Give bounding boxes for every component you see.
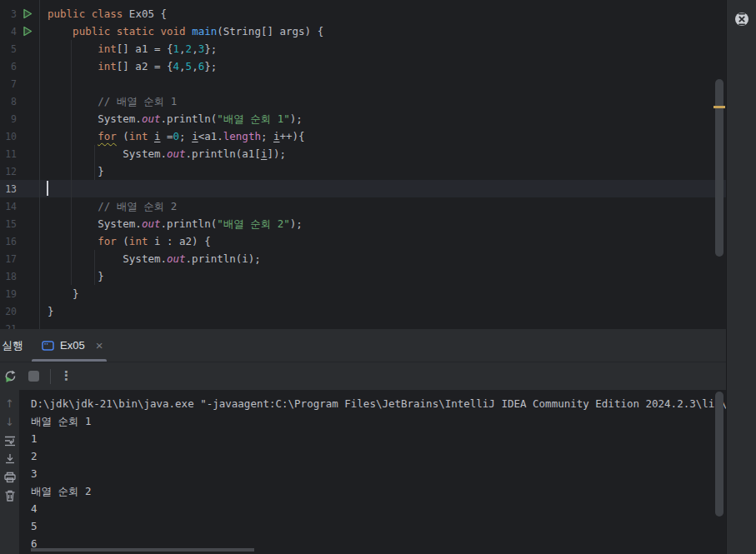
- code-line[interactable]: 17 System.out.println(i);: [0, 250, 726, 267]
- code-text: public class Ex05 {: [48, 5, 167, 22]
- run-line-icon[interactable]: [23, 26, 33, 37]
- arrow-up-icon[interactable]: ↑: [5, 397, 14, 411]
- code-line[interactable]: 12 }: [0, 162, 726, 180]
- gutter-slot: [21, 182, 34, 196]
- gutter-slot: [21, 200, 34, 213]
- line-number: 9: [0, 113, 17, 125]
- gutter-slot: [21, 270, 34, 283]
- code-line[interactable]: 14 // 배열 순회 2: [0, 197, 726, 215]
- run-toolbar: ⋮: [0, 362, 726, 390]
- code-line[interactable]: 21: [0, 320, 726, 329]
- code-text: }: [48, 302, 54, 320]
- ai-plugin-icon[interactable]: [734, 12, 749, 27]
- line-number: 16: [0, 236, 17, 247]
- gutter-slot: [21, 130, 34, 143]
- clear-all-trash-icon[interactable]: [3, 489, 17, 502]
- code-line[interactable]: 7: [0, 75, 726, 92]
- code-text: System.out.println("배열 순회 2");: [48, 215, 303, 232]
- gutter-separator: [39, 0, 40, 329]
- line-number: 10: [0, 131, 17, 142]
- console-line: 5: [31, 517, 726, 535]
- code-line[interactable]: 16 for (int i : a2) {: [0, 232, 726, 250]
- gutter-slot: [21, 165, 34, 178]
- tool-window-title: 실행: [2, 338, 23, 353]
- run-console[interactable]: ↑ ↓: [0, 390, 726, 554]
- line-number: 8: [0, 96, 17, 107]
- warning-stripe-mark[interactable]: [713, 106, 725, 108]
- line-number: 15: [0, 218, 17, 230]
- console-line: 배열 순회 2: [31, 482, 726, 500]
- toolbar-separator: [50, 369, 51, 384]
- console-line: 4: [31, 500, 726, 517]
- line-number: 4: [0, 26, 17, 37]
- more-options-kebab-icon[interactable]: ⋮: [60, 370, 73, 382]
- close-tab-icon[interactable]: ×: [96, 339, 103, 352]
- code-line[interactable]: 13: [0, 180, 726, 197]
- rerun-button[interactable]: [3, 369, 18, 383]
- console-toolbar: ↑ ↓: [0, 390, 19, 554]
- console-line: 2: [31, 447, 726, 465]
- code-text: System.out.println(i);: [48, 250, 261, 267]
- editor-lines: 3public class Ex05 {4 public static void…: [0, 5, 726, 329]
- run-tool-window-header: 실행 Ex05 ×: [0, 329, 726, 362]
- line-number: 3: [0, 8, 17, 20]
- code-text: }: [48, 162, 104, 180]
- run-tab-ex05[interactable]: Ex05 ×: [42, 329, 103, 362]
- indent-guide: [71, 40, 72, 285]
- run-gutter-slot[interactable]: [21, 7, 34, 21]
- run-gutter-slot[interactable]: [21, 25, 34, 38]
- code-text: for (int i : a2) {: [48, 232, 211, 250]
- code-text: }: [48, 285, 79, 302]
- line-number: 19: [0, 288, 17, 300]
- code-text: System.out.println(a1[i]);: [48, 145, 286, 162]
- indent-guide: [94, 145, 95, 180]
- soft-wrap-icon[interactable]: [3, 434, 17, 447]
- run-line-icon[interactable]: [23, 8, 33, 19]
- line-number: 7: [0, 78, 17, 90]
- gutter-slot: [21, 42, 34, 56]
- code-line[interactable]: 6 int[] a2 = {4,5,6};: [0, 57, 726, 75]
- line-number: 11: [0, 148, 17, 160]
- code-text: // 배열 순회 2: [48, 197, 177, 215]
- console-vertical-scrollbar[interactable]: [715, 392, 723, 517]
- gutter-slot: [21, 305, 34, 318]
- code-line[interactable]: 20}: [0, 302, 726, 320]
- print-icon[interactable]: [3, 471, 17, 484]
- run-tab-label: Ex05: [60, 339, 85, 352]
- line-number: 18: [0, 271, 17, 282]
- code-line[interactable]: 18 }: [0, 267, 726, 285]
- code-text: for (int i =0; i<a1.length; i++){: [48, 127, 305, 145]
- gutter-slot: [21, 235, 34, 248]
- code-text: System.out.println("배열 순회 1");: [48, 110, 303, 127]
- line-number: 20: [0, 306, 17, 317]
- arrow-down-icon[interactable]: ↓: [5, 416, 14, 429]
- right-tool-stripe: [726, 0, 756, 554]
- console-horizontal-scrollbar[interactable]: [31, 548, 254, 552]
- scroll-to-end-icon[interactable]: [3, 452, 17, 466]
- gutter-slot: [21, 217, 34, 231]
- gutter-slot: [21, 95, 34, 108]
- code-line[interactable]: 8 // 배열 순회 1: [0, 92, 726, 110]
- code-line[interactable]: 4 public static void main(String[] args)…: [0, 22, 726, 40]
- code-line[interactable]: 9 System.out.println("배열 순회 1");: [0, 110, 726, 127]
- tab-selection-underline: [32, 359, 107, 362]
- code-text: // 배열 순회 1: [48, 92, 177, 110]
- code-line[interactable]: 11 System.out.println(a1[i]);: [0, 145, 726, 162]
- gutter-slot: [21, 147, 34, 161]
- console-line: D:\jdk\jdk-21\bin\java.exe "-javaagent:C…: [31, 395, 726, 412]
- console-tab-icon: [42, 341, 54, 351]
- line-number: 13: [0, 183, 17, 195]
- stop-button[interactable]: [28, 371, 39, 382]
- code-line[interactable]: 3public class Ex05 {: [0, 5, 726, 22]
- code-line[interactable]: 15 System.out.println("배열 순회 2");: [0, 215, 726, 232]
- console-output[interactable]: D:\jdk\jdk-21\bin\java.exe "-javaagent:C…: [19, 390, 726, 554]
- gutter-slot: [21, 287, 34, 301]
- code-line[interactable]: 19 }: [0, 285, 726, 302]
- line-number: 17: [0, 253, 17, 265]
- indent-guide: [94, 250, 95, 285]
- gutter-slot: [21, 252, 34, 266]
- code-line[interactable]: 10 for (int i =0; i<a1.length; i++){: [0, 127, 726, 145]
- code-editor[interactable]: 3public class Ex05 {4 public static void…: [0, 0, 726, 329]
- code-line[interactable]: 5 int[] a1 = {1,2,3};: [0, 40, 726, 57]
- gutter-slot: [21, 77, 34, 91]
